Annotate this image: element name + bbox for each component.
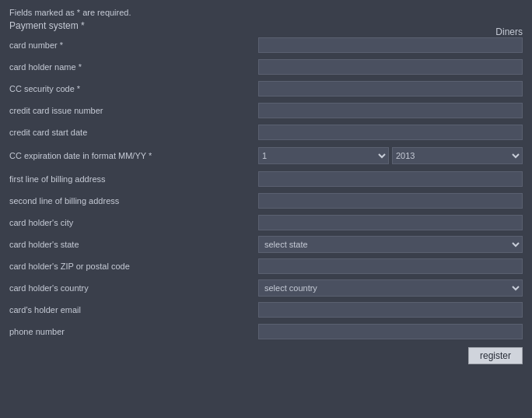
billing-address-2-row: second line of billing address bbox=[9, 191, 523, 210]
email-input[interactable] bbox=[258, 302, 523, 318]
credit-card-start-date-row: credit card start date bbox=[9, 123, 523, 142]
zip-input[interactable] bbox=[258, 258, 523, 274]
cc-security-code-label: CC security code * bbox=[9, 83, 258, 94]
card-holder-country-row: card holder's country select country bbox=[9, 279, 523, 297]
card-holder-name-row: card holder name * bbox=[9, 58, 523, 76]
register-row: register bbox=[9, 347, 523, 364]
email-row: card's holder email bbox=[9, 300, 523, 319]
card-holder-city-input[interactable] bbox=[258, 215, 523, 230]
expiry-row: CC expiration date in format MM/YY * 1 2… bbox=[9, 145, 523, 167]
card-number-label: card number * bbox=[9, 40, 258, 51]
expiry-year-select[interactable]: 2013 2014 2015 2016 2017 2018 2019 2020 bbox=[392, 147, 523, 164]
card-holder-country-select[interactable]: select country bbox=[258, 279, 523, 297]
payment-system-label: Payment system * bbox=[9, 20, 85, 31]
payment-system-row: Payment system * Diners bbox=[9, 20, 523, 31]
expiry-month-select[interactable]: 1 2 3 4 5 6 7 8 9 10 11 12 bbox=[258, 147, 389, 164]
card-holder-state-select[interactable]: select state bbox=[258, 236, 523, 253]
billing-address-1-label: first line of billing address bbox=[9, 174, 258, 184]
cc-security-code-row: CC security code * bbox=[9, 79, 523, 98]
card-holder-state-label: card holder's state bbox=[9, 239, 258, 250]
cc-security-code-input[interactable] bbox=[258, 81, 523, 97]
payment-system-value: Diners bbox=[495, 26, 523, 37]
card-holder-country-label: card holder's country bbox=[9, 283, 258, 293]
required-note: Fields marked as * are required. bbox=[9, 8, 523, 17]
register-button[interactable]: register bbox=[468, 347, 523, 364]
phone-input[interactable] bbox=[258, 324, 523, 339]
credit-card-issue-number-input[interactable] bbox=[258, 103, 523, 118]
card-holder-state-row: card holder's state select state bbox=[9, 235, 523, 254]
phone-row: phone number bbox=[9, 322, 523, 341]
billing-address-1-input[interactable] bbox=[258, 171, 523, 187]
credit-card-issue-number-row: credit card issue number bbox=[9, 101, 523, 120]
credit-card-start-date-label: credit card start date bbox=[9, 127, 258, 138]
card-holder-city-label: card holder's city bbox=[9, 217, 258, 228]
billing-address-2-input[interactable] bbox=[258, 193, 523, 209]
zip-label: card holder's ZIP or postal code bbox=[9, 261, 258, 272]
card-number-input[interactable] bbox=[258, 37, 523, 53]
card-holder-city-row: card holder's city bbox=[9, 213, 523, 232]
billing-address-2-label: second line of billing address bbox=[9, 195, 258, 206]
credit-card-start-date-input[interactable] bbox=[258, 125, 523, 140]
expiry-selects: 1 2 3 4 5 6 7 8 9 10 11 12 2013 2014 201… bbox=[258, 147, 523, 164]
zip-row: card holder's ZIP or postal code bbox=[9, 257, 523, 276]
expiry-label: CC expiration date in format MM/YY * bbox=[9, 150, 258, 161]
credit-card-issue-number-label: credit card issue number bbox=[9, 105, 258, 116]
phone-label: phone number bbox=[9, 326, 258, 337]
billing-address-1-row: first line of billing address bbox=[9, 170, 523, 188]
card-holder-name-input[interactable] bbox=[258, 59, 523, 75]
email-label: card's holder email bbox=[9, 304, 258, 315]
main-container: Fields marked as * are required. Payment… bbox=[0, 0, 532, 372]
card-holder-name-label: card holder name * bbox=[9, 61, 258, 72]
card-number-row: card number * bbox=[9, 36, 523, 54]
